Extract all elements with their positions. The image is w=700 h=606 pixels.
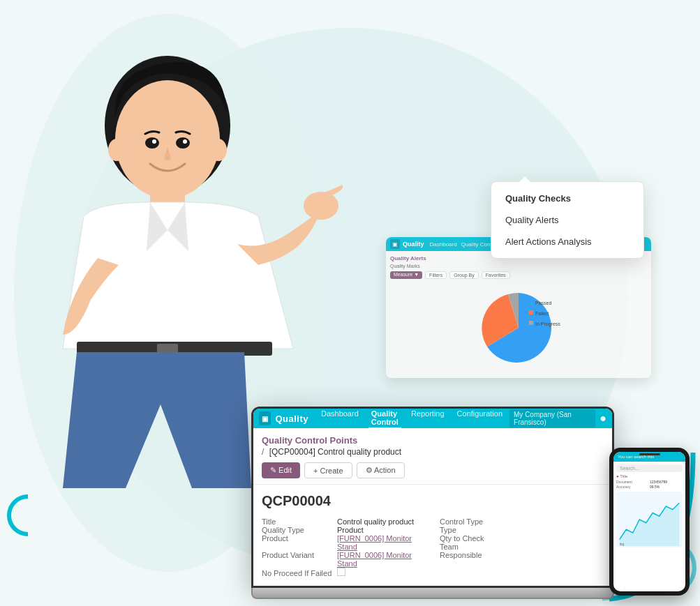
- field-no-proceed-checkbox[interactable]: [337, 568, 345, 576]
- svg-marker-24: [620, 503, 680, 546]
- field-quality-type-row: Quality Type Product: [262, 526, 426, 534]
- svg-point-3: [115, 80, 220, 199]
- field-product-label: Product: [262, 534, 332, 543]
- dropdown-item-alert-actions[interactable]: Alert Actions Analysis: [491, 231, 643, 252]
- field-quality-type-label: Quality Type: [262, 526, 332, 534]
- field-title-row: Title Control quality product: [262, 517, 426, 526]
- svg-text:In Progress: In Progress: [535, 321, 560, 327]
- app-title: Quality: [275, 414, 308, 424]
- breadcrumb-sep: /: [262, 447, 264, 457]
- phone-field-1-val: 123456789: [650, 480, 683, 484]
- nav-quality-control[interactable]: Quality Control: [368, 408, 401, 429]
- fields-right-column: Control Type Type Qty to Check Team: [440, 517, 604, 577]
- field-control-type-row: Control Type: [440, 517, 604, 526]
- svg-point-11: [183, 139, 187, 144]
- field-no-proceed-row: No Proceed If Failed: [262, 568, 426, 577]
- field-responsible-row: Responsible: [440, 551, 604, 559]
- field-product-variant-value[interactable]: [FURN_0006] Monitor Stand: [337, 551, 426, 568]
- app-navigation: Dashboard Quality Control Reporting Conf…: [318, 408, 505, 429]
- form-fields-grid: Title Control quality product Quality Ty…: [262, 517, 604, 577]
- phone-content-area: Search... ● Title Document 123456789 Acc…: [613, 462, 685, 550]
- dropdown-item-quality-alerts[interactable]: Quality Alerts: [491, 209, 643, 231]
- small-sub-breadcrumb: Quality Marks: [390, 264, 647, 268]
- breadcrumb-parent[interactable]: Quality Control Points: [262, 435, 357, 446]
- field-quality-type-value: Product: [337, 526, 364, 534]
- small-measure-btn[interactable]: Measure ▼: [390, 271, 422, 279]
- action-button[interactable]: ⚙ Action: [357, 462, 405, 478]
- nav-dashboard[interactable]: Dashboard: [318, 408, 362, 429]
- field-type-label: Type: [440, 526, 509, 534]
- dropdown-item-quality-checks[interactable]: Quality Checks: [491, 188, 643, 209]
- field-team-row: Team: [440, 543, 604, 551]
- svg-point-10: [152, 139, 156, 144]
- laptop-container: ▣ Quality Dashboard Quality Control Repo…: [251, 407, 614, 599]
- record-id: QCP00004: [262, 493, 604, 509]
- svg-rect-20: [529, 310, 533, 315]
- svg-point-13: [210, 139, 227, 161]
- small-nav-dashboard: Dashboard: [430, 241, 457, 248]
- field-team-label: Team: [440, 543, 509, 551]
- small-filter-btn[interactable]: Filters: [425, 271, 447, 279]
- svg-point-9: [176, 137, 190, 149]
- nav-configuration[interactable]: Configuration: [454, 408, 505, 429]
- small-group-btn[interactable]: Group By: [449, 271, 479, 279]
- breadcrumb-current-text: [QCP00004] Control quality product: [269, 447, 401, 457]
- svg-point-12: [108, 139, 125, 161]
- phone-field-2-val: 99.5%: [650, 485, 683, 489]
- field-title-value: Control quality product: [337, 517, 414, 526]
- phone-frame: You can search this Search... ● Title Do…: [609, 448, 690, 596]
- phone-search-bar[interactable]: Search...: [616, 464, 683, 472]
- laptop-base: [251, 588, 614, 599]
- svg-text:log: log: [620, 543, 625, 546]
- company-selector[interactable]: My Company (San Fransisco): [509, 409, 595, 427]
- phone-device: You can search this Search... ● Title Do…: [609, 448, 690, 596]
- pie-chart: Passed Failed In Progress: [463, 286, 574, 370]
- svg-text:Failed: Failed: [535, 311, 549, 316]
- field-qty-check-label: Qty to Check: [440, 534, 509, 543]
- app-topbar-right: My Company (San Fransisco) ●: [509, 409, 606, 427]
- app-logo: ▣: [259, 411, 271, 425]
- small-favorite-btn[interactable]: Favorites: [482, 271, 510, 279]
- field-qty-check-row: Qty to Check: [440, 534, 604, 543]
- field-responsible-label: Responsible: [440, 551, 509, 559]
- action-toolbar: ✎ Edit + Create ⚙ Action: [253, 460, 612, 485]
- laptop-screen: ▣ Quality Dashboard Quality Control Repo…: [251, 407, 614, 588]
- phone-line-chart: log: [616, 492, 683, 547]
- phone-notch: [639, 453, 660, 455]
- phone-screen: You can search this Search... ● Title Do…: [613, 452, 685, 591]
- phone-fields: Document 123456789 Accuracy 99.5%: [616, 480, 683, 489]
- small-app-title: Quality: [403, 241, 424, 248]
- phone-field-1: Document: [616, 480, 649, 484]
- app-topbar: ▣ Quality Dashboard Quality Control Repo…: [253, 409, 612, 428]
- field-type-row: Type: [440, 526, 604, 534]
- edit-button[interactable]: ✎ Edit: [262, 462, 300, 478]
- form-body: QCP00004 Title Control quality product Q…: [253, 485, 612, 586]
- svg-text:Passed: Passed: [535, 301, 551, 305]
- pie-chart-container: Passed Failed In Progress: [390, 282, 647, 374]
- svg-rect-7: [157, 344, 178, 354]
- field-product-row: Product [FURN_0006] Monitor Stand: [262, 534, 426, 551]
- phone-chart: log: [616, 492, 683, 547]
- svg-point-8: [145, 137, 159, 149]
- field-control-type-label: Control Type: [440, 517, 509, 526]
- field-title-label: Title: [262, 517, 332, 526]
- svg-rect-18: [529, 300, 533, 304]
- field-product-value[interactable]: [FURN_0006] Monitor Stand: [337, 534, 426, 551]
- nav-reporting[interactable]: Reporting: [408, 408, 447, 429]
- field-product-variant-label: Product Variant: [262, 551, 332, 559]
- phone-field-2: Accuracy: [616, 485, 649, 489]
- dropdown-menu: Quality Checks Quality Alerts Alert Acti…: [491, 181, 644, 259]
- phone-list-item-1: ● Title: [616, 474, 683, 478]
- breadcrumb-current: / [QCP00004] Control quality product: [262, 447, 604, 457]
- field-product-variant-row: Product Variant [FURN_0006] Monitor Stan…: [262, 551, 426, 568]
- fields-left-column: Title Control quality product Quality Ty…: [262, 517, 426, 577]
- small-app-logo: ▣: [390, 239, 400, 249]
- svg-rect-22: [529, 321, 533, 325]
- create-button[interactable]: + Create: [304, 462, 352, 478]
- user-avatar[interactable]: ●: [600, 412, 606, 425]
- breadcrumb-area: Quality Control Points / [QCP00004] Cont…: [253, 428, 612, 460]
- field-no-proceed-label: No Proceed If Failed: [262, 569, 332, 577]
